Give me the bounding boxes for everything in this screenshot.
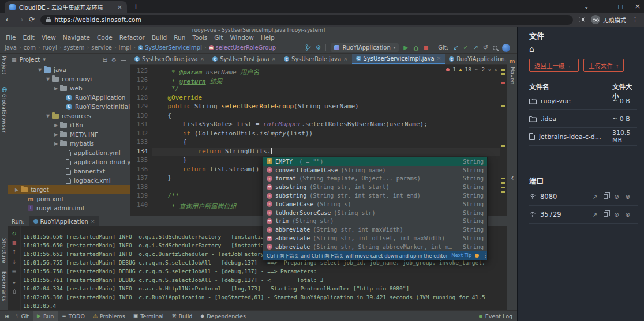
hide-panel-icon[interactable]: — <box>121 56 126 63</box>
breadcrumb-item[interactable]: impl <box>119 44 132 51</box>
completion-item[interactable]: toCamelCase (String s) String <box>263 200 487 209</box>
settings-icon[interactable]: ⚙ <box>111 56 117 63</box>
back-icon[interactable]: ← <box>6 16 12 23</box>
completion-item[interactable]: substring (String str, int start, int en… <box>263 191 487 200</box>
tree-item-web[interactable]: ▶web <box>8 84 130 93</box>
down-stack-icon[interactable]: ↓ <box>12 259 16 265</box>
tool-strip-maven[interactable]: Maven <box>510 67 515 85</box>
chevron-up-icon[interactable]: ∧ <box>494 67 497 73</box>
open-in-browser-icon[interactable]: ↗ <box>593 212 597 218</box>
tree-item-target[interactable]: ▶target <box>8 185 130 194</box>
completion-item[interactable]: convertToCamelCase (String name) String <box>263 166 487 175</box>
menu-item[interactable]: Window <box>226 33 257 41</box>
menu-item[interactable]: Help <box>257 33 278 41</box>
disconnect-icon[interactable]: ⊘ <box>614 194 619 200</box>
chevron-down-icon[interactable]: ∨ <box>488 67 491 73</box>
breadcrumb-item[interactable]: system <box>63 44 84 51</box>
home-icon[interactable]: ⌂ <box>529 45 534 53</box>
wrench-icon[interactable]: ⚙ <box>316 44 321 51</box>
completion-item[interactable]: trim (String str) String <box>263 217 487 226</box>
search-icon[interactable] <box>493 46 497 50</box>
statusbar-todo[interactable]: ≡TODO <box>58 311 89 321</box>
panel-collapse-handle[interactable]: ‹ <box>511 173 514 182</box>
tree-item-logback-xml[interactable]: logback.xml <box>8 176 130 185</box>
menu-item[interactable]: Build <box>148 33 170 41</box>
debug-icon[interactable] <box>413 45 419 51</box>
menu-item[interactable]: Navigate <box>59 33 93 41</box>
completion-item[interactable]: substring (String str, int start) String <box>263 183 487 191</box>
minimize-icon[interactable]: — <box>600 3 606 10</box>
browser-menu-icon[interactable]: ⋮ <box>632 16 638 24</box>
menu-item[interactable]: Tools <box>189 33 211 41</box>
collapse-all-icon[interactable]: ⊟ <box>103 56 107 63</box>
menu-item[interactable]: Edit <box>20 33 38 41</box>
maximize-icon[interactable]: □ <box>617 3 623 10</box>
tree-item-ruoyi-admin-iml[interactable]: Iruoyi-admin.iml <box>8 203 130 213</box>
chevron-down-icon[interactable]: ⌄ <box>584 3 589 10</box>
tree-item-banner-txt[interactable]: banner.txt <box>8 167 130 176</box>
menu-item[interactable]: Refactor <box>116 33 148 41</box>
soft-wrap-icon[interactable]: ≡ <box>12 269 16 275</box>
statusbar-git[interactable]: ⑂Git <box>12 311 33 321</box>
tree-item-resources[interactable]: ▼resources <box>8 111 130 120</box>
statusbar-dependencies[interactable]: ◆Dependencies <box>196 311 250 321</box>
close-icon[interactable]: × <box>91 218 95 224</box>
side-panel-icon[interactable] <box>579 17 585 22</box>
browser-tab[interactable]: CloudIDE - 云原生集成开发环境 × <box>5 1 127 13</box>
completion-item[interactable]: abbreviate (String str, int offset, int … <box>263 234 487 243</box>
tool-strip-structure[interactable]: Structure <box>0 238 8 263</box>
close-icon[interactable]: × <box>437 55 441 61</box>
stop-icon[interactable]: ■ <box>12 241 17 246</box>
completion-item[interactable]: toUnderScoreCase (String str) String <box>263 209 487 217</box>
tool-strip-project[interactable]: Project <box>0 56 8 75</box>
file-row-jetbrains[interactable]: jetbrains-idea-c-de... 310.5 MB <box>529 128 637 146</box>
menu-item[interactable]: File <box>2 33 20 41</box>
new-tab-button[interactable]: + <box>133 2 139 10</box>
forward-icon[interactable]: → <box>17 16 23 23</box>
breadcrumb-item[interactable]: java <box>5 44 17 51</box>
breadcrumb-class[interactable]: CSysUserServiceImpl <box>138 44 202 51</box>
avatar[interactable] <box>502 44 510 52</box>
tab-sysuserserviceimpl[interactable]: SysUserServiceImpl.java× <box>352 54 445 64</box>
breadcrumb-item[interactable]: service <box>91 44 112 51</box>
breadcrumb-item[interactable]: com <box>24 44 36 51</box>
project-panel-header[interactable]: ▦ Project ▾ ⊟ ⚙ — <box>8 54 130 65</box>
tree-item-application-yml[interactable]: application.yml <box>8 148 130 157</box>
completion-item[interactable]: abbreviate (String str, String abbrevMar… <box>263 243 487 251</box>
close-icon[interactable]: ⊗ <box>626 194 630 200</box>
file-row-idea[interactable]: .idea ~ 0 B <box>529 110 637 128</box>
rollback-icon[interactable]: ↺ <box>483 44 488 51</box>
breadcrumb-item[interactable]: ruoyi <box>43 44 57 51</box>
reload-icon[interactable]: ⟳ <box>29 16 35 23</box>
clear-icon[interactable] <box>12 289 17 295</box>
git-update-icon[interactable]: ↙ <box>453 44 458 51</box>
statusbar-problems[interactable]: ⚠Problems <box>89 311 129 321</box>
scroll-end-icon[interactable]: ⌄ <box>12 279 16 285</box>
run-config-select[interactable]: RuoYiApplication ▾ <box>331 43 399 52</box>
error-stripe[interactable] <box>501 65 506 216</box>
tree-item-application-druid-yml[interactable]: application-druid.yml <box>8 157 130 167</box>
completion-item[interactable]: EMPTY ( = "") String <box>263 157 487 166</box>
close-icon[interactable]: × <box>343 56 348 62</box>
go-up-button[interactable]: 返回上一级 ← <box>529 59 579 72</box>
tree-item-ruoyiapplication[interactable]: RuoYiApplication <box>8 93 130 102</box>
event-log-button[interactable]: Event Log <box>479 311 512 321</box>
close-icon[interactable]: × <box>635 2 641 10</box>
lightbulb-icon[interactable] <box>475 254 479 258</box>
tree-item-com-ruoyi[interactable]: ▼com.ruoyi <box>8 74 130 84</box>
breadcrumb-method[interactable]: mselectUserRoleGroup <box>209 44 276 51</box>
tool-strip-global-browser[interactable]: GlobalBrowser <box>0 87 8 133</box>
git-branch-icon[interactable] <box>305 44 311 51</box>
tool-window-switcher-icon[interactable]: ⊞ <box>2 311 12 321</box>
more-options-icon[interactable]: ⋮ <box>482 252 487 258</box>
tab-sysuseronline[interactable]: SysUserOnline.java× <box>130 54 208 64</box>
copy-icon[interactable] <box>604 212 608 217</box>
close-icon[interactable]: × <box>200 56 205 62</box>
completion-item[interactable]: format (String template, Object... param… <box>263 175 487 183</box>
menu-item[interactable]: View <box>38 33 59 41</box>
tree-item-java[interactable]: ▼java <box>8 65 130 74</box>
run-button[interactable]: ▶ <box>403 44 408 51</box>
inspections-widget[interactable]: 1 ▲18 ~2 ∨ ∧ <box>446 67 497 73</box>
run-tab[interactable]: RuoYiApplication × <box>29 216 99 226</box>
editor-gutter[interactable]: 1251261271281291301311321331341351361371… <box>130 65 152 216</box>
